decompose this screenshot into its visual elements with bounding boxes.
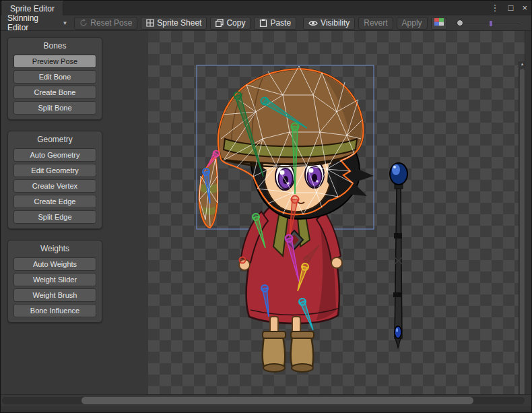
window-controls: ⋮ □ × [491, 2, 527, 14]
edit-bone-button[interactable]: Edit Bone [13, 70, 96, 84]
reset-pose-button[interactable]: Reset Pose [74, 17, 137, 30]
reset-pose-icon [79, 19, 88, 27]
sprite-canvas-art [148, 31, 526, 394]
panel-weights-title: Weights [8, 241, 102, 257]
chevron-down-icon: ▼ [62, 20, 67, 26]
toolbar: Skinning Editor ▼ Reset Pose Sprite Shee… [1, 15, 531, 31]
panel-geometry-title: Geometry [8, 131, 102, 148]
auto-weights-button[interactable]: Auto Weights [13, 257, 96, 271]
panel-weights: Weights Auto Weights Weight Slider Weigh… [7, 240, 102, 323]
staff-sprite [390, 163, 407, 348]
zoom-slider-handle[interactable] [457, 20, 463, 26]
maximize-icon[interactable]: □ [508, 2, 514, 14]
apply-button[interactable]: Apply [397, 17, 428, 30]
panel-geometry: Geometry Auto Geometry Edit Geometry Cre… [7, 131, 102, 229]
horizontal-scrollbar[interactable] [1, 394, 532, 406]
paste-icon [259, 19, 267, 27]
horizontal-scrollbar-thumb[interactable] [81, 397, 473, 404]
auto-geometry-button[interactable]: Auto Geometry [13, 148, 96, 162]
sprite-sheet-button[interactable]: Sprite Sheet [141, 17, 207, 30]
bone[interactable] [240, 257, 246, 263]
copy-icon [215, 19, 224, 27]
bone-influence-button[interactable]: Bone Influence [13, 304, 96, 317]
split-edge-button[interactable]: Split Edge [13, 210, 96, 224]
color-channels-button[interactable] [431, 17, 447, 30]
zoom-slider-track [455, 23, 519, 24]
revert-button[interactable]: Revert [358, 17, 393, 30]
content-area: Bones Preview Pose Edit Bone Create Bone… [1, 31, 526, 394]
vertical-scrollbar-thumb[interactable] [520, 69, 525, 413]
sprite-editor-window: Sprite Editor ⋮ □ × Skinning Editor ▼ Re… [0, 0, 532, 413]
split-bone-button[interactable]: Split Bone [13, 101, 96, 115]
vertical-scrollbar-track[interactable] [525, 31, 531, 394]
window-menu-icon[interactable]: ⋮ [491, 2, 500, 14]
editor-mode-dropdown[interactable]: Skinning Editor ▼ [4, 17, 71, 30]
tab-strip: Sprite Editor ⋮ □ × [1, 1, 531, 15]
edit-geometry-button[interactable]: Edit Geometry [13, 164, 96, 177]
zoom-slider-marker [490, 21, 492, 26]
create-edge-button[interactable]: Create Edge [13, 195, 96, 208]
create-vertex-button[interactable]: Create Vertex [13, 179, 96, 193]
weight-brush-button[interactable]: Weight Brush [13, 288, 96, 302]
rgb-channels-icon [434, 18, 444, 28]
tab-title: Sprite Editor [10, 4, 55, 13]
visibility-button[interactable]: Visibility [303, 17, 355, 30]
close-icon[interactable]: × [522, 2, 527, 14]
editor-mode-label: Skinning Editor [7, 13, 59, 32]
tool-sidebar: Bones Preview Pose Edit Bone Create Bone… [1, 31, 148, 394]
weight-slider-button[interactable]: Weight Slider [13, 273, 96, 286]
sprite-sheet-icon [146, 19, 154, 27]
preview-pose-button[interactable]: Preview Pose [13, 55, 96, 68]
create-bone-button[interactable]: Create Bone [13, 86, 96, 99]
eye-icon [308, 20, 318, 27]
panel-bones: Bones Preview Pose Edit Bone Create Bone… [7, 37, 102, 120]
window-bottom-edge [1, 406, 532, 413]
panel-bones-title: Bones [8, 38, 102, 55]
copy-button[interactable]: Copy [210, 17, 251, 30]
sprite-canvas[interactable] [148, 31, 526, 394]
zoom-slider[interactable] [455, 17, 519, 30]
paste-button[interactable]: Paste [254, 17, 296, 30]
